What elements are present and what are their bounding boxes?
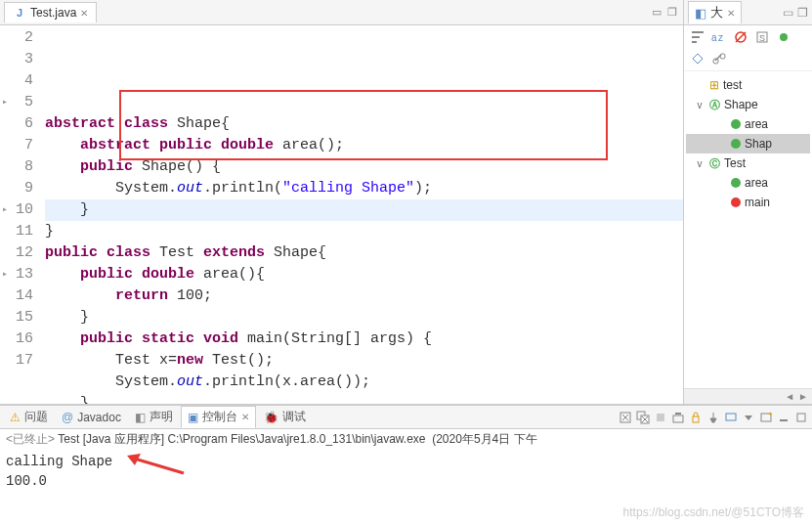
outline-item-area[interactable]: area [686, 173, 810, 193]
code-line[interactable]: public static void main(String[] args) { [45, 328, 683, 350]
outline-item-label: Test [724, 156, 746, 170]
expand-icon[interactable]: v [694, 158, 705, 169]
launch-label: Test [Java 应用程序] C:\Program Files\Java\j… [58, 432, 425, 446]
close-icon[interactable]: ✕ [80, 8, 88, 19]
class-icon: Ⓒ [709, 156, 720, 171]
code-line[interactable]: } [45, 393, 683, 404]
code-line[interactable]: Test x=new Test(); [45, 350, 683, 372]
output-line: calling Shape [6, 452, 806, 471]
terminated-label: <已终止> [6, 432, 55, 446]
console-tabbar: ⚠问题 @Javadoc ◧声明 ▣控制台✕ 🐞调试 + [0, 406, 812, 429]
outline-item-test[interactable]: ⊞test [686, 75, 810, 95]
display-icon[interactable] [724, 411, 738, 424]
remove-all-icon[interactable] [636, 411, 650, 424]
outline-item-main[interactable]: main [686, 193, 810, 212]
hide-local-icon[interactable] [690, 51, 705, 66]
watermark: https://blog.csdn.net/@51CTO博客 [623, 504, 804, 521]
svg-point-9 [780, 33, 788, 41]
editor-tab-test-java[interactable]: J Test.java ✕ [4, 2, 97, 22]
expand-icon[interactable]: v [694, 100, 705, 110]
code-line[interactable]: public Shape() { [45, 156, 683, 178]
code-line[interactable]: abstract public double area(); [45, 135, 683, 156]
outline-tabbar: ◧ 大 ✕ ▭ ❐ [684, 0, 812, 25]
terminate-icon[interactable] [654, 411, 667, 424]
sort-icon[interactable] [690, 29, 705, 45]
hide-nonpublic-icon[interactable] [776, 29, 791, 45]
pin-icon[interactable] [706, 411, 720, 424]
public-method-icon [731, 178, 741, 188]
minimize-icon[interactable]: ▭ [652, 6, 662, 19]
clear-icon[interactable] [671, 411, 685, 424]
code-line[interactable]: return 100; [45, 285, 683, 307]
minimize-icon[interactable] [777, 411, 791, 424]
outline-tab-label: 大 [710, 4, 723, 22]
console-header: <已终止> Test [Java 应用程序] C:\Program Files\… [0, 429, 812, 450]
debug-icon: 🐞 [264, 411, 278, 424]
new-console-icon[interactable]: + [759, 411, 773, 424]
scroll-lock-icon[interactable] [689, 411, 703, 424]
maximize-icon[interactable]: ❐ [667, 6, 677, 19]
code-line[interactable]: public double area(){ [45, 264, 683, 285]
outline-item-area[interactable]: area [686, 114, 810, 134]
code-line[interactable]: System.out.println("calling Shape"); [45, 178, 683, 199]
maximize-icon[interactable] [794, 411, 808, 424]
line-number: 12 [0, 242, 33, 264]
package-icon: ⊞ [709, 78, 719, 92]
line-number: 17 [0, 350, 33, 372]
hide-static-icon[interactable]: S [754, 29, 770, 45]
svg-text:+: + [768, 411, 773, 418]
outline-tree[interactable]: ⊞testvⒶShapeareaShapvⒸTestareamain [684, 71, 812, 216]
line-number: 2 [0, 27, 33, 49]
code-line[interactable]: } [45, 221, 683, 242]
console-output[interactable]: calling Shape 100.0 [0, 450, 812, 493]
outline-item-shap[interactable]: Shap [686, 134, 810, 153]
tab-declaration[interactable]: ◧声明 [129, 407, 179, 427]
link-icon[interactable] [711, 51, 727, 66]
line-number: 7 [0, 135, 33, 156]
svg-rect-1 [692, 36, 700, 38]
svg-rect-0 [692, 31, 704, 33]
line-number: 8 [0, 156, 33, 178]
output-line: 100.0 [6, 471, 806, 491]
outline-item-test[interactable]: vⒸTest [686, 153, 810, 173]
remove-launch-icon[interactable] [619, 411, 632, 424]
close-icon[interactable]: ✕ [241, 412, 249, 422]
javadoc-icon: @ [62, 411, 73, 424]
code-line[interactable]: public class Test extends Shape{ [45, 242, 683, 264]
code-line[interactable]: System.out.println(x.area()); [45, 372, 683, 393]
outline-item-shape[interactable]: vⒶShape [686, 95, 810, 114]
line-number: 16 [0, 328, 33, 350]
line-number: 13 [0, 264, 33, 285]
tab-problems[interactable]: ⚠问题 [4, 407, 54, 427]
tab-javadoc[interactable]: @Javadoc [56, 409, 127, 426]
svg-text:S: S [759, 33, 765, 43]
outline-item-label: Shape [724, 98, 758, 111]
hide-fields-icon[interactable] [733, 29, 748, 45]
line-number: 15 [0, 307, 33, 328]
outline-tab[interactable]: ◧ 大 ✕ [688, 1, 742, 23]
dropdown-icon[interactable] [742, 411, 755, 424]
code-line[interactable] [45, 92, 683, 113]
line-number: 4 [0, 70, 33, 92]
code-line[interactable]: } [45, 307, 683, 328]
public-method-icon [731, 119, 741, 129]
tab-console[interactable]: ▣控制台✕ [181, 406, 256, 428]
code-line[interactable]: } [45, 199, 683, 221]
outline-scrollbar[interactable]: ◄► [684, 388, 812, 404]
svg-rect-11 [720, 54, 725, 59]
code-area[interactable]: 234567891011121314151617 abstract class … [0, 25, 683, 404]
line-number: 3 [0, 49, 33, 70]
svg-rect-2 [692, 41, 697, 43]
tab-debug[interactable]: 🐞调试 [258, 407, 312, 427]
outline-pane: ◧ 大 ✕ ▭ ❐ az S ⊞testvⒶShapeareaShapvⒸTes… [684, 0, 812, 404]
minimize-icon[interactable]: ▭ [783, 6, 793, 20]
editor-pane: J Test.java ✕ ▭ ❐ 2345678910111213141516… [0, 0, 684, 404]
filter-az-icon[interactable]: az [711, 29, 727, 45]
maximize-icon[interactable]: ❐ [797, 6, 808, 20]
outline-item-label: test [723, 78, 742, 92]
close-icon[interactable]: ✕ [727, 8, 735, 19]
editor-tabbar: J Test.java ✕ ▭ ❐ [0, 0, 683, 25]
code-content[interactable]: abstract class Shape{ abstract public do… [41, 25, 683, 404]
annotation-arrow [127, 454, 186, 477]
code-line[interactable]: abstract class Shape{ [45, 113, 683, 135]
